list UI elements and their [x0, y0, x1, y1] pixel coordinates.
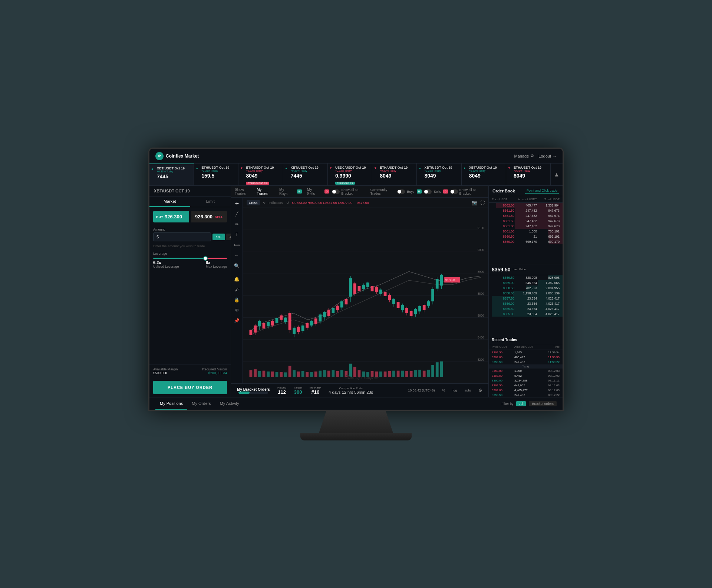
chart-time-display: 10:03:42 (UTC+8): [408, 389, 435, 392]
auto-label: auto: [464, 389, 471, 392]
community-buys-toggle[interactable]: [397, 189, 405, 194]
comm-sells-count: 5: [443, 189, 448, 194]
chart-main: Cross ∿ Indicators ↺ O9583.00 H9592.00 L…: [243, 198, 488, 383]
bid-row[interactable]: 8358.00 1,158,409 2,803,139: [489, 291, 563, 296]
oversold-badge: OVERSOLD RSI: [335, 182, 355, 185]
tool-measure[interactable]: ⟺: [233, 241, 241, 249]
filter-bracket-button[interactable]: Bracket orders: [529, 401, 557, 406]
svg-rect-112: [271, 371, 274, 377]
tool-lock[interactable]: 🔒: [233, 296, 241, 304]
bid-row[interactable]: 8357.50 23,654 4,026,417: [489, 296, 563, 301]
sell-button[interactable]: 926.300 SELL: [191, 211, 227, 222]
tool-arrow[interactable]: ←: [233, 252, 241, 259]
tab-point-click[interactable]: Point and Click trade: [525, 188, 559, 194]
svg-rect-115: [284, 372, 287, 377]
tab-my-trades[interactable]: My Trades: [254, 187, 274, 196]
ticker-collapse-button[interactable]: ▲: [551, 163, 563, 185]
svg-rect-54: [332, 308, 334, 313]
tab-my-buys[interactable]: My Buys: [277, 187, 294, 196]
community-sells-toggle[interactable]: [424, 189, 432, 194]
currency-xbt[interactable]: XBT: [212, 234, 225, 240]
tool-line[interactable]: ╱: [233, 210, 241, 218]
tab-my-sells[interactable]: My Sells: [305, 187, 322, 196]
logout-button[interactable]: Logout →: [538, 154, 557, 158]
ask-row[interactable]: 8362.00 405,477 1,331,994: [489, 203, 563, 208]
amount-input[interactable]: [153, 232, 211, 241]
tool-pencil[interactable]: ✏: [233, 221, 241, 228]
bid-rows: 8359.50 828,008 828,008 8359.00 546,654 …: [489, 275, 563, 336]
svg-rect-34: [289, 313, 291, 330]
trade-row[interactable]: 8362.50 1,345 11:59:54: [489, 350, 563, 355]
ticker-item-6[interactable]: ▲ XBT/USDT Oct 19 +0.33% Today 8049: [417, 163, 461, 185]
ticker-item-0[interactable]: ▲ XBT/USDT Oct 19 +0.33% Today 7445: [149, 163, 194, 185]
tool-brush[interactable]: 🖌: [233, 286, 241, 293]
tab-market[interactable]: Market: [149, 196, 190, 207]
svg-rect-52: [327, 310, 330, 316]
tab-my-positions[interactable]: My Positions: [155, 397, 187, 410]
leverage-slider[interactable]: [153, 258, 227, 259]
trade-row[interactable]: 8360.00 3,234,888 08:11:11: [489, 378, 563, 383]
bid-row[interactable]: 8355.50 23,654 4,026,417: [489, 306, 563, 311]
bid-row[interactable]: 8356.00 23,654 4,026,417: [489, 301, 563, 306]
trade-row[interactable]: 8362.00 405,477 11:59:59: [489, 355, 563, 360]
trade-row[interactable]: 8358.50 5,452 08:12:03: [489, 373, 563, 378]
tool-zoom[interactable]: 🔍: [233, 262, 241, 270]
show-trades-button[interactable]: Show Trades: [235, 188, 254, 196]
ask-row[interactable]: 8361.00 1,000 700,191: [489, 229, 563, 234]
ask-row[interactable]: 8361.50 247,482 947,673: [489, 208, 563, 213]
ticker-item-5[interactable]: ▼ ETH/USDT Oct 19 +0.33% Today 8049: [372, 163, 417, 185]
bid-row[interactable]: 8359.00 546,654 1,382,665: [489, 280, 563, 285]
bracket-toggle-switch[interactable]: [332, 189, 340, 194]
tool-text[interactable]: T: [233, 231, 241, 238]
ask-row[interactable]: 8360.50 21 699,191: [489, 234, 563, 239]
ticker-item-7[interactable]: ▲ XBT/USDT Oct 19 +0.33% Today 8049: [462, 163, 506, 185]
trade-row[interactable]: 8359.50 247,482 08:12:22: [489, 393, 563, 397]
ticker-item-4[interactable]: ▼ USDC/USDT Oct 19 +0.33% Today 0.9990 O…: [328, 163, 372, 185]
manage-button[interactable]: Manage ⚙: [514, 153, 534, 158]
fullscreen-icon[interactable]: ⛶: [480, 200, 485, 205]
main-layout: XBT/USDT OCT 19 Market Limit BUY 926.300…: [149, 186, 563, 397]
screenshot-icon[interactable]: 📷: [472, 200, 477, 205]
tab-my-activity[interactable]: My Activity: [215, 397, 244, 410]
svg-rect-40: [301, 326, 304, 331]
candlestick-chart[interactable]: 9100 9000 8900 8800 8600 8400 8200: [243, 208, 488, 383]
trade-row[interactable]: 8362.50 643,065 08:12:03: [489, 383, 563, 388]
tool-pin[interactable]: 📌: [233, 317, 241, 324]
ask-row[interactable]: 8361.50 247,482 947,673: [489, 218, 563, 224]
svg-rect-82: [392, 299, 395, 304]
settings-icon[interactable]: ⚙: [478, 388, 482, 393]
indicators-button[interactable]: Indicators: [269, 201, 283, 205]
ask-row[interactable]: 8360.00 699,170 699,170: [489, 239, 563, 244]
comm-bracket-toggle[interactable]: [450, 189, 458, 194]
tab-limit[interactable]: Limit: [190, 196, 231, 207]
svg-text:8200: 8200: [478, 357, 484, 361]
bid-row[interactable]: 8359.50 828,008 828,008: [489, 275, 563, 280]
trade-row[interactable]: 8359.50 247,482 11:59:22: [489, 360, 563, 364]
chart-type-cross[interactable]: Cross: [247, 200, 260, 205]
svg-rect-92: [414, 309, 417, 314]
logo: ⟳ Coinflex Market: [155, 152, 199, 160]
ticker-item-8[interactable]: ▼ ETH/USDT Oct 19 +0.33% Today 8049: [506, 163, 551, 185]
bid-row[interactable]: 8358.50 702,923 2,084,955: [489, 285, 563, 291]
svg-text:9100: 9100: [478, 226, 484, 230]
bracket-orders-bar: My Bracket Orders Placed 112 Target 300: [231, 383, 488, 397]
tool-eye[interactable]: 👁: [233, 307, 241, 314]
ask-row[interactable]: 8361.00 247,482 947,673: [489, 224, 563, 229]
trade-row[interactable]: 8359.00 1,000 08:12:03: [489, 369, 563, 373]
svg-rect-124: [323, 370, 326, 377]
tool-bell[interactable]: 🔔: [233, 275, 241, 283]
place-buy-order-button[interactable]: PLACE BUY ORDER: [153, 381, 227, 394]
svg-rect-42: [306, 323, 309, 328]
tool-crosshair[interactable]: ✛: [233, 200, 241, 207]
bid-row[interactable]: 8355.00 23,654 4,026,417: [489, 311, 563, 317]
ticker-item-1[interactable]: ▲ ETH/USDT Oct 19 +0.33% Today 159.5: [194, 163, 238, 185]
svg-rect-116: [289, 366, 291, 377]
trade-row[interactable]: 8362.00 4,405,477 08:12:03: [489, 388, 563, 393]
last-price-row: 8359.50 Last Price: [489, 264, 563, 275]
ticker-item-2[interactable]: ▼ ETH/USDT Oct 19 +0.33% Today 8049 OVER…: [238, 163, 283, 185]
ticker-item-3[interactable]: ▲ XBT/USDT Oct 19 +0.33% Today 7445: [283, 163, 328, 185]
tab-my-orders[interactable]: My Orders: [187, 397, 215, 410]
ticker-arrow-up: ▲: [418, 166, 421, 170]
filter-all-button[interactable]: All: [516, 401, 526, 406]
ask-row[interactable]: 8361.50 247,482 947,673: [489, 213, 563, 218]
